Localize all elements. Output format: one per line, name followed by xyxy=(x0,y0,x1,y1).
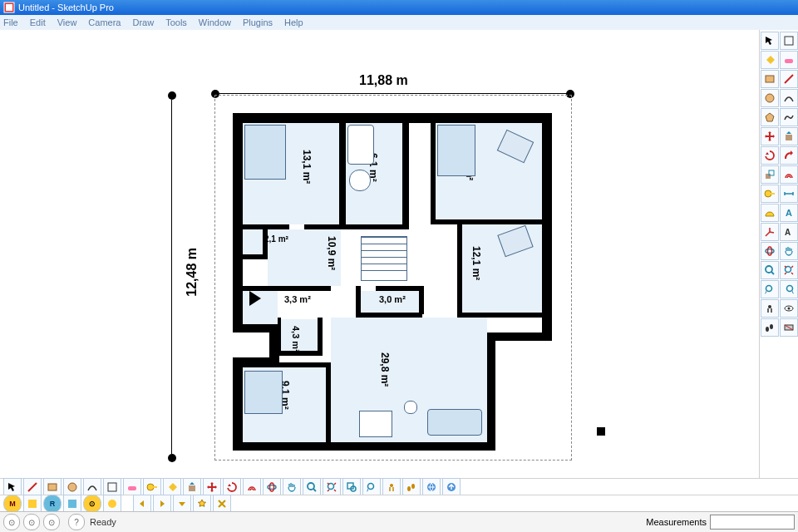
rotate-tool-icon[interactable] xyxy=(761,146,779,165)
previous-view-icon[interactable] xyxy=(362,478,381,496)
make-component-icon[interactable] xyxy=(780,32,798,50)
tape-measure-icon[interactable] xyxy=(143,478,161,496)
walk-tool-icon[interactable] xyxy=(761,318,779,337)
arc-tool-icon[interactable] xyxy=(83,478,101,496)
arrow-down-icon[interactable] xyxy=(173,495,191,513)
position-camera-icon[interactable] xyxy=(382,478,401,496)
rotate-tool-icon[interactable] xyxy=(223,478,241,496)
menu-plugins[interactable]: Plugins xyxy=(243,17,273,27)
svg-marker-6 xyxy=(766,113,774,121)
room-area-9: 4,3 m² xyxy=(291,326,301,352)
svg-rect-28 xyxy=(108,483,116,491)
style-3-icon[interactable] xyxy=(103,495,121,513)
section-plane-icon[interactable] xyxy=(780,318,798,337)
svg-text:A: A xyxy=(785,228,791,237)
style-2-icon[interactable] xyxy=(63,495,81,513)
paint-bucket-icon[interactable] xyxy=(163,478,181,496)
bottom-toolbar-2: M R ⊙ xyxy=(0,495,798,512)
menu-view[interactable]: View xyxy=(57,17,77,27)
select-tool-icon[interactable] xyxy=(3,478,22,496)
measurements-input[interactable] xyxy=(710,515,795,530)
dim-bullet xyxy=(168,454,176,462)
dimension-tool-icon[interactable] xyxy=(780,185,798,203)
svg-point-24 xyxy=(770,324,773,329)
scale-tool-icon[interactable] xyxy=(761,165,779,184)
walk-tool-icon[interactable] xyxy=(402,478,421,496)
axes-tool-icon[interactable] xyxy=(761,223,779,241)
viewport[interactable]: 11,88 m 12,48 m xyxy=(0,30,760,479)
cancel-icon[interactable] xyxy=(213,495,231,513)
eraser-icon[interactable] xyxy=(780,51,798,69)
help-icon[interactable]: ? xyxy=(68,514,85,530)
offset-tool-icon[interactable] xyxy=(243,478,261,496)
pan-tool-icon[interactable] xyxy=(283,478,301,496)
look-around-icon[interactable] xyxy=(780,299,798,318)
polygon-tool-icon[interactable] xyxy=(761,108,779,126)
paint-bucket-icon[interactable] xyxy=(761,51,779,69)
layer-o-icon[interactable]: ⊙ xyxy=(83,495,101,513)
menu-camera[interactable]: Camera xyxy=(88,17,121,27)
star-icon[interactable] xyxy=(193,495,211,513)
pushpull-tool-icon[interactable] xyxy=(183,478,201,496)
arrow-left-icon[interactable] xyxy=(133,495,151,513)
line-tool-icon[interactable] xyxy=(780,70,798,88)
menu-file[interactable]: File xyxy=(3,17,18,27)
3dtext-tool-icon[interactable]: A xyxy=(780,223,798,241)
menu-window[interactable]: Window xyxy=(199,17,231,27)
previous-view-icon[interactable] xyxy=(761,280,779,298)
svg-point-30 xyxy=(147,484,154,490)
zoom-extents-icon[interactable] xyxy=(780,261,798,279)
svg-point-16 xyxy=(766,266,772,273)
status-icon-1[interactable]: ⊙ xyxy=(3,514,20,530)
move-tool-icon[interactable] xyxy=(203,478,221,496)
share-model-icon[interactable] xyxy=(442,478,461,496)
select-tool-icon[interactable] xyxy=(761,32,779,50)
arc-tool-icon[interactable] xyxy=(780,89,798,107)
orbit-tool-icon[interactable] xyxy=(263,478,281,496)
svg-rect-32 xyxy=(189,485,195,491)
window-title: Untitled - SketchUp Pro xyxy=(18,2,114,12)
menu-draw[interactable]: Draw xyxy=(132,17,154,27)
menu-edit[interactable]: Edit xyxy=(30,17,46,27)
text-tool-icon[interactable]: A xyxy=(780,204,798,222)
style-1-icon[interactable] xyxy=(23,495,42,513)
circle-tool-icon[interactable] xyxy=(63,478,81,496)
followme-tool-icon[interactable] xyxy=(780,146,798,165)
get-models-icon[interactable] xyxy=(422,478,441,496)
zoom-tool-icon[interactable] xyxy=(761,261,779,279)
rectangle-tool-icon[interactable] xyxy=(761,70,779,88)
zoom-tool-icon[interactable] xyxy=(303,478,321,496)
eraser-icon[interactable] xyxy=(123,478,141,496)
freehand-tool-icon[interactable] xyxy=(780,108,798,126)
move-tool-icon[interactable] xyxy=(761,127,779,145)
status-icon-2[interactable]: ⊙ xyxy=(23,514,40,530)
svg-point-15 xyxy=(767,247,771,255)
svg-point-40 xyxy=(390,484,393,487)
room-area-4: 2,1 m² xyxy=(264,234,288,244)
arrow-right-icon[interactable] xyxy=(153,495,171,513)
make-component-icon[interactable] xyxy=(103,478,121,496)
layer-r-icon[interactable]: R xyxy=(43,495,62,513)
status-icon-3[interactable]: ⊙ xyxy=(43,514,60,530)
zoom-window-icon[interactable] xyxy=(342,478,361,496)
right-toolbar: A A xyxy=(759,30,798,479)
protractor-tool-icon[interactable] xyxy=(761,204,779,222)
tape-measure-icon[interactable] xyxy=(761,185,779,203)
pan-tool-icon[interactable] xyxy=(780,242,798,260)
offset-tool-icon[interactable] xyxy=(780,165,798,184)
pushpull-tool-icon[interactable] xyxy=(780,127,798,145)
circle-tool-icon[interactable] xyxy=(761,89,779,107)
svg-rect-29 xyxy=(128,486,136,490)
layer-m-icon[interactable]: M xyxy=(3,495,22,513)
menu-tools[interactable]: Tools xyxy=(165,17,187,27)
zoom-extents-icon[interactable] xyxy=(323,478,341,496)
svg-rect-8 xyxy=(766,174,771,179)
position-camera-icon[interactable] xyxy=(761,299,779,318)
svg-rect-45 xyxy=(28,500,37,508)
dim-bullet xyxy=(168,91,176,100)
orbit-tool-icon[interactable] xyxy=(761,242,779,260)
next-view-icon[interactable] xyxy=(780,280,798,298)
menu-help[interactable]: Help xyxy=(284,17,303,27)
rectangle-tool-icon[interactable] xyxy=(43,478,62,496)
line-tool-icon[interactable] xyxy=(23,478,42,496)
